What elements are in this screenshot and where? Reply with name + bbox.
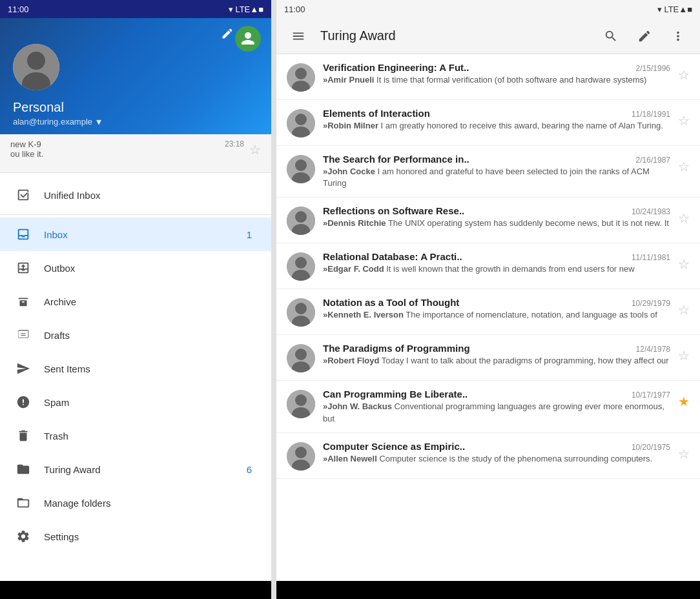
email-star-icon[interactable]: ☆	[678, 210, 690, 226]
email-sender-name: »Robin Milner	[323, 121, 378, 130]
email-star-icon[interactable]: ★	[678, 394, 690, 409]
account-switcher-icon[interactable]	[235, 26, 261, 52]
email-list-item[interactable]: Notation as a Tool of Thought10/29/1979»…	[276, 289, 700, 335]
email-header-row: Verification Engineering: A Fut..2/15/19…	[323, 62, 670, 73]
email-avatar	[287, 109, 315, 137]
email-avatar	[287, 442, 315, 471]
account-dropdown-arrow[interactable]: ▾	[96, 116, 101, 128]
spam-icon	[15, 394, 31, 410]
bottom-bar-right	[276, 581, 700, 599]
svg-point-10	[295, 159, 307, 171]
status-time-left: 11:00	[8, 5, 29, 14]
email-list-item[interactable]: Reflections on Software Rese..10/24/1983…	[276, 198, 700, 243]
turing-award-folder-icon	[15, 462, 31, 477]
sidebar-item-drafts[interactable]: Drafts	[0, 318, 271, 352]
nav-list: Unified Inbox Inbox 1 Outbox	[0, 173, 271, 581]
email-avatar	[287, 390, 315, 418]
email-preview-text: »Robin Milner I am greatly honored to re…	[323, 120, 670, 132]
outbox-label: Outbox	[44, 263, 256, 274]
email-sender-name: »Dennis Ritchie	[323, 218, 386, 228]
email-avatar	[287, 252, 315, 281]
email-star-icon[interactable]: ☆	[678, 256, 690, 272]
sidebar-item-archive[interactable]: Archive	[0, 285, 271, 318]
email-sender-name: »Allen Newell	[323, 454, 377, 463]
email-date: 10/17/1977	[632, 391, 670, 400]
email-header-row: The Search for Performance in..2/16/1987	[323, 154, 670, 165]
email-list-item[interactable]: Computer Science as Empiric..10/20/1975»…	[276, 433, 700, 479]
preview-star-icon[interactable]: ☆	[249, 142, 261, 157]
sidebar-item-unified-inbox[interactable]: Unified Inbox	[0, 178, 271, 212]
profile-email[interactable]: alan@turing.example ▾	[13, 116, 101, 128]
email-preview-strip[interactable]: new K-9 ou like it. 23:18 ☆	[0, 134, 271, 173]
email-preview-text: »Edgar F. Codd It is well known that the…	[323, 263, 670, 275]
email-preview-text: »Dennis Ritchie The UNIX operating syste…	[323, 218, 670, 229]
hamburger-menu-icon[interactable]	[287, 25, 310, 48]
email-date: 11/18/1991	[632, 110, 670, 119]
email-date: 11/11/1981	[632, 253, 670, 262]
svg-point-28	[295, 447, 307, 458]
email-preview-text: »Robert Floyd Today I want to talk about…	[323, 355, 670, 367]
avatar	[13, 44, 59, 90]
search-icon[interactable]	[599, 25, 623, 48]
email-star-icon[interactable]: ☆	[678, 67, 690, 83]
sidebar-item-trash[interactable]: Trash	[0, 419, 271, 452]
email-star-icon[interactable]: ☆	[678, 302, 690, 318]
email-content: Can Programming Be Liberate..10/17/1977»…	[323, 389, 670, 424]
email-date: 12/4/1978	[636, 345, 670, 354]
email-list-item[interactable]: Verification Engineering: A Fut..2/15/19…	[276, 54, 700, 100]
email-content: Elements of Interaction11/18/1991»Robin …	[323, 108, 670, 132]
email-sender-name: »John Cocke	[323, 167, 375, 176]
email-list-item[interactable]: Elements of Interaction11/18/1991»Robin …	[276, 100, 700, 146]
sidebar-item-outbox[interactable]: Outbox	[0, 251, 271, 285]
compose-icon[interactable]	[217, 23, 238, 44]
settings-icon	[15, 529, 31, 544]
email-subject: Relational Database: A Practi..	[323, 251, 626, 262]
spam-label: Spam	[44, 397, 256, 408]
email-avatar	[287, 207, 315, 235]
email-content: Verification Engineering: A Fut..2/15/19…	[323, 62, 670, 86]
preview-line1: new K-9	[10, 139, 220, 149]
email-list-item[interactable]: Can Programming Be Liberate..10/17/1977»…	[276, 381, 700, 432]
drafts-icon	[15, 327, 31, 343]
email-sender-name: »Amir Pnueli	[323, 75, 374, 85]
email-avatar	[287, 298, 315, 327]
inbox-label: Inbox	[44, 229, 230, 240]
email-content: Computer Science as Empiric..10/20/1975»…	[323, 441, 670, 465]
toolbar: Turing Award	[276, 18, 700, 54]
email-preview-text: »Kenneth E. Iverson The importance of no…	[323, 309, 670, 321]
email-list-item[interactable]: The Paradigms of Programming12/4/1978»Ro…	[276, 335, 700, 381]
unified-inbox-icon	[15, 187, 31, 203]
email-sender-name: »Kenneth E. Iverson	[323, 310, 404, 320]
email-star-icon[interactable]: ☆	[678, 446, 690, 462]
sidebar-item-sent[interactable]: Sent Items	[0, 352, 271, 385]
email-star-icon[interactable]: ☆	[678, 159, 690, 174]
email-subject: Computer Science as Empiric..	[323, 441, 626, 452]
email-date: 10/20/1975	[632, 443, 670, 452]
edit-icon[interactable]	[633, 25, 656, 48]
email-list-item[interactable]: The Search for Performance in..2/16/1987…	[276, 146, 700, 198]
turing-award-badge: 6	[243, 464, 256, 475]
email-header-row: Notation as a Tool of Thought10/29/1979	[323, 297, 670, 308]
email-date: 2/15/1996	[636, 64, 670, 73]
email-preview-text: »Allen Newell Computer science is the st…	[323, 453, 670, 465]
sidebar-item-settings[interactable]: Settings	[0, 520, 271, 553]
sidebar-item-inbox[interactable]: Inbox 1	[0, 218, 271, 251]
email-avatar	[287, 344, 315, 372]
more-options-icon[interactable]	[666, 25, 690, 48]
preview-line2: ou like it.	[10, 149, 220, 159]
sent-icon	[15, 361, 31, 376]
email-star-icon[interactable]: ☆	[678, 113, 690, 128]
preview-time: 23:18	[225, 139, 244, 148]
email-header-row: Can Programming Be Liberate..10/17/1977	[323, 389, 670, 400]
sidebar-item-turing-award[interactable]: Turing Award 6	[0, 452, 271, 486]
email-star-icon[interactable]: ☆	[678, 348, 690, 363]
email-list-item[interactable]: Relational Database: A Practi..11/11/198…	[276, 243, 700, 289]
profile-avatar	[13, 44, 59, 90]
email-preview-text: »John W. Backus Conventional programming…	[323, 401, 670, 424]
sidebar-item-manage-folders[interactable]: Manage folders	[0, 486, 271, 520]
email-subject: The Paradigms of Programming	[323, 343, 631, 354]
inbox-badge: 1	[243, 229, 256, 240]
settings-label: Settings	[44, 531, 256, 542]
email-header-row: The Paradigms of Programming12/4/1978	[323, 343, 670, 354]
sidebar-item-spam[interactable]: Spam	[0, 385, 271, 419]
